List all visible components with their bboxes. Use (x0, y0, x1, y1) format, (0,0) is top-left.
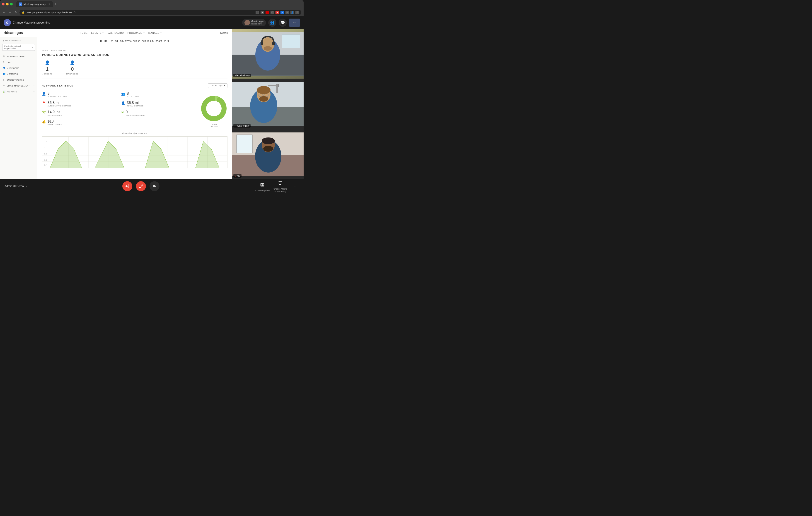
mute-button[interactable] (122, 181, 132, 191)
managers-count: 0 (71, 66, 74, 72)
ext-icon-8: 👤 (290, 11, 294, 14)
alt-trips-value: 8 (48, 92, 67, 96)
active-tab[interactable]: M Meet - qcn-zqqo-myn × (16, 1, 53, 7)
participants-panel: Matt McKimmy (232, 29, 303, 179)
svg-point-27 (264, 46, 272, 51)
meet-content: rideamigos HOME EVENTS ▾ DASHBOARD PROGR… (0, 29, 303, 179)
svg-rect-34 (268, 85, 277, 86)
alt-distance-value: 36.8 mi (48, 101, 71, 105)
nav-programs[interactable]: PROGRAMS ▾ (127, 32, 145, 34)
chart-area: 1.2 1 0.8 0.6 0.4 (42, 136, 228, 168)
co2-icon: 🌱 (42, 111, 46, 114)
date-filter-label: Last 30 Days (210, 85, 223, 87)
network-selector[interactable]: Public Subnetwork Organization ▾ (2, 44, 35, 51)
section-title: NETWORK STATISTICS (42, 85, 73, 87)
address-bar: ← → ↻ 🔒 meet.google.com/qcn-zqqo-myn?aut… (0, 8, 303, 16)
chat-icon-button[interactable]: 💬 (279, 19, 287, 27)
sidebar-item-members[interactable]: 👥 MEMBERS (0, 71, 37, 77)
close-button[interactable] (2, 3, 4, 5)
ext-icon-1: 🎥 (256, 11, 259, 14)
alt-distance-metric: 📍 36.8 mi ALTERNATIVE DISTANCE (42, 101, 117, 107)
end-call-button[interactable] (134, 179, 148, 193)
chrome-window: M Meet - qcn-zqqo-myn × + ← → ↻ 🔒 meet.g… (0, 0, 303, 193)
back-button[interactable]: ← (2, 10, 6, 15)
dropdown-arrow-icon: ▾ (32, 46, 33, 49)
network-home-icon: ⊞ (3, 55, 5, 58)
url-bar[interactable]: 🔒 meet.google.com/qcn-zqqo-myn?authuser=… (20, 10, 301, 15)
reports-icon: 📊 (3, 90, 5, 93)
managers-stat: 👤 0 MANAGERS (66, 60, 78, 75)
captions-icon (258, 181, 266, 189)
subnetworks-icon: ◈ (3, 79, 5, 81)
money-label: MONEY SAVED (48, 123, 62, 125)
svg-point-49 (262, 137, 275, 144)
sidebar-item-edit[interactable]: ✎ EDIT (0, 59, 37, 65)
rideamigos-app: rideamigos HOME EVENTS ▾ DASHBOARD PROGR… (0, 29, 232, 179)
money-icon: 💰 (42, 120, 46, 123)
alex-video (232, 79, 303, 129)
bottom-right-controls: Turn on captions Chance Magnois presenti… (255, 179, 299, 193)
network-icon: ◈ (3, 40, 4, 42)
email-icon: ✉ (3, 85, 5, 87)
members-label: MEMBERS (42, 73, 53, 75)
minimize-button[interactable] (6, 3, 9, 5)
nav-dashboard[interactable]: DASHBOARD (107, 32, 124, 34)
window-controls (2, 3, 13, 5)
members-stat-icon: 👤 (45, 60, 50, 65)
ext-icon-2: ★ (261, 11, 264, 14)
refresh-button[interactable]: ↻ (14, 10, 18, 15)
svg-text:0.6: 0.6 (44, 159, 47, 161)
tab-favicon: M (19, 2, 22, 6)
logo-light: ride (4, 31, 10, 35)
nav-manage[interactable]: MANAGE ▾ (148, 32, 162, 34)
managers-icon: 👤 (3, 67, 5, 69)
presenter-badge: C Chance Magno is presenting (4, 19, 50, 26)
sidebar-item-reports[interactable]: 📊 REPORTS ▾ (0, 89, 37, 95)
participant-name: Grant Heger (251, 20, 264, 23)
reports-expand-icon: ▾ (33, 91, 35, 93)
meet-top-bar: C Chance Magno is presenting Grant Heger… (0, 16, 303, 29)
forward-button[interactable]: → (8, 10, 12, 15)
you-video (232, 129, 303, 179)
date-filter[interactable]: Last 30 Days ▾ (208, 83, 228, 88)
donut-percentage: 100.00% (210, 125, 218, 127)
money-value: $10 (48, 119, 62, 123)
captions-button[interactable]: Turn on captions (255, 181, 270, 192)
ext-icon-7: ⚙ (286, 11, 289, 14)
sidebar-item-email-management[interactable]: ✉ EMAIL MANAGEMENT ▾ (0, 83, 37, 89)
extension-icons: 🎥 ★ YT 🛡 ● G ⚙ 👤 ⋮ (256, 11, 299, 14)
donut-label: Carpool (211, 123, 217, 125)
people-icon-button[interactable]: 👥 (268, 19, 277, 27)
sidebar-label-network-home: NETWORK HOME (7, 55, 25, 58)
tab-title: Meet - qcn-zqqo-myn (24, 3, 47, 5)
sidebar-item-subnetworks[interactable]: ◈ SUBNETWORKS (0, 77, 37, 83)
total-trips-label: TOTAL TRIPS (127, 96, 140, 98)
meet-bottom-bar: Admin UI Demo ∧ (0, 179, 303, 193)
presenting-button[interactable]: Chance Magnois presenting (273, 179, 287, 193)
left-metrics: 👤 8 ALTERNATIVE TRIPS 📍 (42, 92, 117, 129)
participant-video-you: ● You (232, 129, 303, 179)
sidebar-item-network-home[interactable]: ⊞ NETWORK HOME (0, 54, 37, 59)
alex-name-badge: ··· Alex Temkin (233, 124, 251, 127)
new-tab-button[interactable]: + (54, 2, 58, 6)
tab-close-button[interactable]: × (49, 2, 50, 6)
participant-chip: Grant Heger is also here (242, 19, 266, 26)
nav-home[interactable]: HOME (80, 32, 88, 34)
sidebar-label-edit: EDIT (7, 61, 12, 63)
app-sidebar: ◈ MY NETWORKS Public Subnetwork Organiza… (0, 37, 37, 179)
stats-content: 👤 8 ALTERNATIVE TRIPS 📍 (42, 92, 228, 129)
matt-name-badge: Matt McKimmy (233, 74, 251, 77)
sidebar-item-managers[interactable]: 👤 MANAGERS (0, 65, 37, 71)
ext-icon-5: ● (276, 11, 279, 14)
self-video: You (289, 19, 300, 27)
maximize-button[interactable] (10, 3, 13, 5)
members-icon: 👥 (3, 73, 5, 75)
video-button[interactable] (149, 181, 160, 191)
content-body: PUBLIC ORGANIZATION / PUBLIC SUBNETWORK … (37, 46, 232, 172)
network-stats-section: NETWORK STATISTICS Last 30 Days ▾ (42, 83, 228, 168)
section-header: NETWORK STATISTICS Last 30 Days ▾ (42, 83, 228, 88)
more-options-button[interactable]: ⋮ (291, 182, 299, 190)
nav-events[interactable]: EVENTS ▾ (91, 32, 104, 34)
svg-point-2 (209, 103, 219, 114)
alt-trips-label: ALTERNATIVE TRIPS (48, 96, 67, 98)
